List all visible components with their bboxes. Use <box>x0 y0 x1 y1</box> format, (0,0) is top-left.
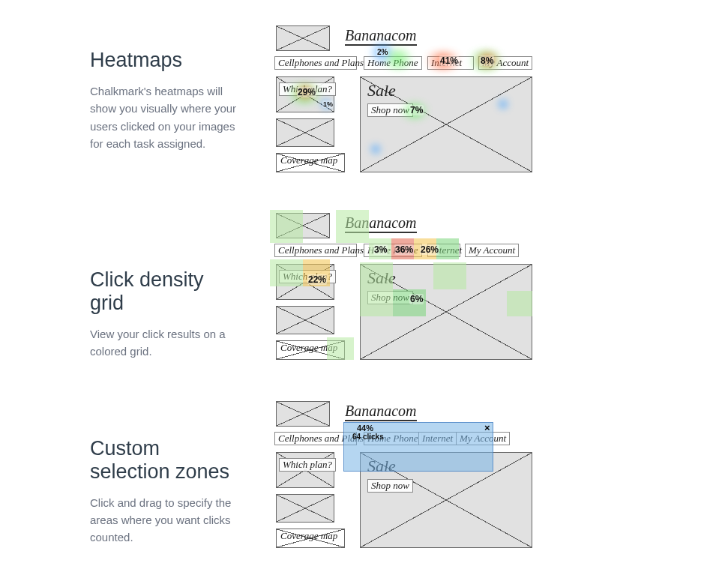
wf-side2 <box>276 118 334 147</box>
side-whichplan: Which plan? <box>279 458 336 472</box>
side-coverage: Coverage map <box>277 154 340 166</box>
heatmaps-text: Heatmaps Chalkmark's heatmaps will show … <box>0 22 270 152</box>
density-pct-which: 22% <box>307 274 327 285</box>
nav-cellphones: Cellphones and Plans <box>274 56 357 70</box>
zones-desc: Click and drag to specify the areas wher… <box>90 494 240 547</box>
density-cell <box>507 291 532 316</box>
zones-title: Custom selection zones <box>90 437 240 484</box>
zone-clicks: 64 clicks <box>352 433 384 441</box>
density-pct-1: 3% <box>373 244 388 255</box>
wf-logo-box <box>276 25 330 51</box>
density-pct-shop: 6% <box>409 294 424 304</box>
density-desc: View your click results on a colored gri… <box>90 325 240 361</box>
density-image: Bananacom Cellphones and Plans Home Phon… <box>270 210 728 360</box>
density-cell <box>360 262 393 289</box>
heat-blob <box>367 142 384 156</box>
wf-side2 <box>276 306 334 334</box>
nav-cellphones: Cellphones and Plans <box>274 244 357 257</box>
main-shop: Shop now <box>367 479 413 493</box>
heatmaps-desc: Chalkmark's heatmaps will show you visua… <box>90 82 240 152</box>
density-title: Click density grid <box>90 268 240 315</box>
density-cell <box>270 259 303 286</box>
density-cell <box>327 337 354 360</box>
zone-pct: 44% <box>357 424 373 433</box>
main-sale: Sale <box>367 81 396 100</box>
feature-heatmaps: Heatmaps Chalkmark's heatmaps will show … <box>0 22 728 172</box>
heat-pct-homephone: 2% <box>376 48 388 56</box>
zones-text: Custom selection zones Click and drag to… <box>0 398 270 547</box>
density-pct-3: 26% <box>420 244 439 255</box>
zones-image: Bananacom Cellphones and Plans Home Phon… <box>270 398 728 548</box>
zone-close[interactable]: × <box>484 422 490 433</box>
density-pct-2: 36% <box>394 244 414 255</box>
heat-blob <box>495 97 511 111</box>
density-cell <box>433 262 466 289</box>
heat-pct-whichplan: 29% <box>297 87 316 97</box>
heat-pct-internet: 41% <box>439 55 459 66</box>
density-cell <box>270 210 303 243</box>
heat-pct-whichplan-small: 1% <box>322 100 334 108</box>
density-cell <box>336 210 369 243</box>
brand-text: Bananacom <box>345 403 417 421</box>
density-cell <box>436 238 459 259</box>
heat-pct-account: 8% <box>480 55 494 66</box>
density-cell <box>360 289 393 316</box>
heatmaps-title: Heatmaps <box>90 49 240 72</box>
heat-pct-shop: 7% <box>409 105 424 115</box>
density-text: Click density grid View your click resul… <box>0 210 270 361</box>
wf-side2 <box>276 494 334 523</box>
nav-myaccount: My Account <box>465 244 519 257</box>
side-coverage: Coverage map <box>277 530 340 542</box>
feature-density: Click density grid View your click resul… <box>0 210 728 361</box>
heatmaps-image: Bananacom Cellphones and Plans Home Phon… <box>270 22 728 172</box>
wf-logo-box <box>276 401 330 427</box>
feature-zones: Custom selection zones Click and drag to… <box>0 398 728 548</box>
